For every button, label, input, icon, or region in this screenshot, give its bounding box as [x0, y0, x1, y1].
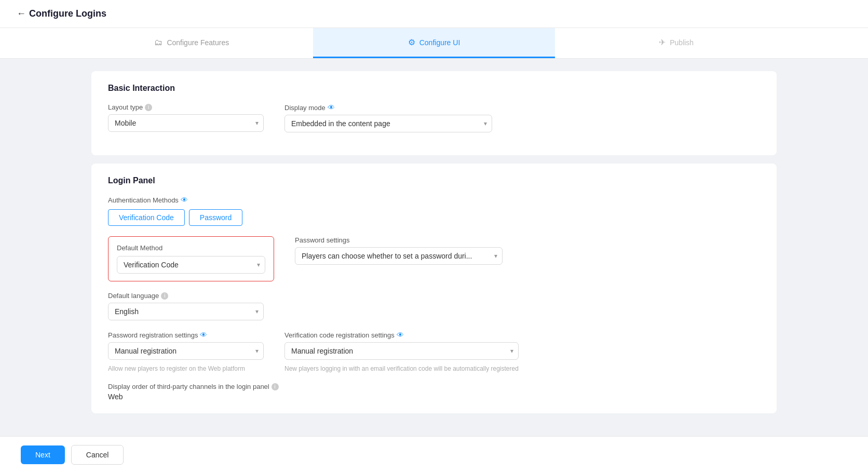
password-settings-select[interactable]: Players can choose whether to set a pass…	[295, 247, 503, 265]
password-settings-label: Password settings	[295, 236, 503, 244]
display-order-info-icon[interactable]: i	[272, 383, 279, 390]
ui-icon: ⚙	[408, 37, 415, 47]
layout-type-group: Layout type i Mobile Desktop ▾	[108, 103, 264, 132]
auth-methods-label: Authentication Methods 👁	[108, 196, 760, 204]
display-mode-select[interactable]: Embedded in the content page Popup Redir…	[284, 115, 492, 132]
verification-registration-hint: New players logging in with an email ver…	[284, 365, 519, 372]
back-arrow-icon: ←	[17, 8, 26, 19]
password-registration-group: Password registration settings 👁 Manual …	[108, 331, 264, 372]
default-method-box: Default Method Verification Code Passwor…	[108, 236, 274, 281]
default-language-row: Default language i English Chinese Japan…	[108, 292, 760, 320]
registration-settings-row: Password registration settings 👁 Manual …	[108, 331, 760, 372]
auth-methods-eye-icon[interactable]: 👁	[181, 196, 188, 204]
default-method-select-wrapper: Verification Code Password ▾	[117, 256, 265, 274]
step-ui-label: Configure UI	[419, 38, 460, 47]
step-publish-label: Publish	[670, 38, 694, 47]
display-mode-select-wrapper: Embedded in the content page Popup Redir…	[284, 115, 492, 132]
back-button[interactable]: ← Configure Logins	[17, 8, 106, 19]
basic-interaction-form-row: Layout type i Mobile Desktop ▾ Display m…	[108, 103, 760, 132]
password-registration-select-wrapper: Manual registration Auto registration ▾	[108, 342, 264, 360]
auth-buttons-group: Verification Code Password	[108, 209, 760, 226]
verification-registration-label: Verification code registration settings …	[284, 331, 519, 339]
content-area: Basic Interaction Layout type i Mobile D…	[71, 59, 797, 436]
display-order-section: Display order of third-party channels in…	[108, 383, 760, 401]
next-button[interactable]: Next	[21, 445, 65, 464]
bottom-bar: Next Cancel	[0, 436, 868, 473]
default-language-label: Default language i	[108, 292, 264, 300]
step-navigation: 🗂 Configure Features ⚙ Configure UI ✈ Pu…	[0, 28, 868, 59]
display-order-label: Display order of third-party channels in…	[108, 383, 760, 390]
password-registration-label: Password registration settings 👁	[108, 331, 264, 339]
default-method-label: Default Method	[117, 244, 265, 252]
verification-registration-select-wrapper: Manual registration Auto registration ▾	[284, 342, 519, 360]
default-language-select-wrapper: English Chinese Japanese ▾	[108, 303, 264, 320]
default-language-select[interactable]: English Chinese Japanese	[108, 303, 264, 320]
step-configure-features[interactable]: 🗂 Configure Features	[71, 28, 313, 58]
layout-type-select[interactable]: Mobile Desktop	[108, 114, 264, 132]
password-btn[interactable]: Password	[189, 209, 242, 226]
display-order-value: Web	[108, 393, 760, 401]
default-language-group: Default language i English Chinese Japan…	[108, 292, 264, 320]
basic-interaction-section: Basic Interaction Layout type i Mobile D…	[91, 71, 777, 155]
verification-reg-eye-icon[interactable]: 👁	[397, 331, 404, 339]
publish-icon: ✈	[659, 37, 666, 47]
features-icon: 🗂	[154, 38, 162, 47]
default-language-info-icon[interactable]: i	[161, 292, 168, 300]
display-mode-group: Display mode 👁 Embedded in the content p…	[284, 103, 492, 132]
step-configure-ui[interactable]: ⚙ Configure UI	[313, 28, 555, 58]
verification-registration-group: Verification code registration settings …	[284, 331, 519, 372]
password-reg-eye-icon[interactable]: 👁	[200, 331, 207, 339]
password-registration-hint: Allow new players to register on the Web…	[108, 365, 264, 372]
step-features-label: Configure Features	[167, 38, 229, 47]
password-settings-group: Password settings Players can choose whe…	[295, 236, 503, 281]
display-mode-eye-icon[interactable]: 👁	[328, 103, 335, 112]
password-settings-select-wrapper: Players can choose whether to set a pass…	[295, 247, 503, 265]
display-mode-label: Display mode 👁	[284, 103, 492, 112]
cancel-button[interactable]: Cancel	[71, 445, 124, 465]
default-method-select[interactable]: Verification Code Password	[117, 256, 265, 274]
verification-code-btn[interactable]: Verification Code	[108, 209, 185, 226]
basic-interaction-title: Basic Interaction	[108, 84, 760, 93]
password-registration-select[interactable]: Manual registration Auto registration	[108, 342, 264, 360]
verification-registration-select[interactable]: Manual registration Auto registration	[284, 342, 519, 360]
layout-type-info-icon[interactable]: i	[145, 104, 152, 111]
login-panel-section: Login Panel Authentication Methods 👁 Ver…	[91, 164, 777, 413]
default-method-row: Default Method Verification Code Passwor…	[108, 236, 760, 281]
page-title: Configure Logins	[29, 8, 106, 19]
layout-type-select-wrapper: Mobile Desktop ▾	[108, 114, 264, 132]
step-publish: ✈ Publish	[555, 28, 797, 58]
login-panel-title: Login Panel	[108, 176, 760, 185]
layout-type-label: Layout type i	[108, 103, 264, 111]
